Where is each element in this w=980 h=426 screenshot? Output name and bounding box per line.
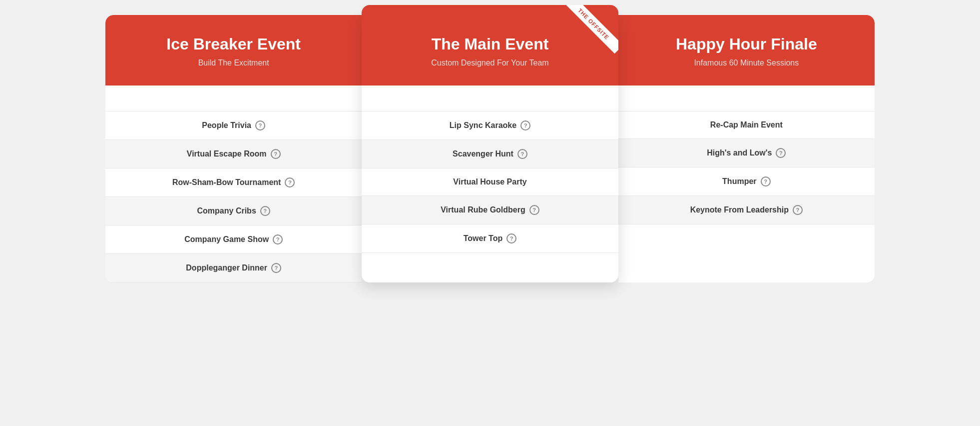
column-main-event: THE OFFSITEThe Main EventCustom Designed… [362,15,618,282]
item-label: Thumper [722,177,756,186]
column-header-ice-breaker: Ice Breaker EventBuild The Excitment [105,15,362,86]
item-label: Virtual Escape Room [187,150,267,158]
rows-container: Re-Cap Main EventHigh's and Low's?Thumpe… [618,86,875,282]
help-icon[interactable]: ? [260,206,270,216]
list-item: Virtual Rube Goldberg? [362,196,618,224]
list-item: Thumper? [618,168,875,196]
item-label: Virtual Rube Goldberg [441,206,525,214]
list-item: Virtual Escape Room? [105,140,362,168]
rows-container: People Trivia?Virtual Escape Room?Row-Sh… [105,86,362,282]
list-item: Company Cribs? [105,197,362,226]
column-happy-hour: Happy Hour FinaleInfamous 60 Minute Sess… [618,15,875,282]
list-item: Scavenger Hunt? [362,140,618,168]
item-label: Virtual House Party [453,178,526,186]
column-title: Ice Breaker Event [117,35,350,54]
column-title: Happy Hour Finale [630,35,863,54]
ribbon-text: THE OFFSITE [564,5,618,54]
list-item: Doppleganger Dinner? [105,254,362,282]
list-item: Tower Top? [362,224,618,253]
help-icon[interactable]: ? [776,148,786,158]
column-subtitle: Build The Excitment [117,58,350,68]
help-icon[interactable]: ? [517,149,527,159]
help-icon[interactable]: ? [520,120,530,130]
item-label: Row-Sham-Bow Tournament [172,178,281,187]
spacer-row [105,86,362,112]
list-item: Row-Sham-Bow Tournament? [105,168,362,197]
item-label: People Trivia [202,121,251,130]
column-subtitle: Infamous 60 Minute Sessions [630,58,863,68]
list-item: Lip Sync Karaoke? [362,112,618,140]
item-label: Re-Cap Main Event [710,120,783,130]
help-icon[interactable]: ? [271,149,281,159]
spacer-row [362,86,618,112]
help-icon[interactable]: ? [506,234,516,244]
help-icon[interactable]: ? [285,178,295,188]
help-icon[interactable]: ? [761,176,771,186]
help-icon[interactable]: ? [529,205,539,215]
item-label: Company Cribs [197,206,256,216]
item-label: Tower Top [464,234,503,243]
item-label: Doppleganger Dinner [186,264,267,272]
list-item: High's and Low's? [618,139,875,168]
rows-container: Lip Sync Karaoke?Scavenger Hunt?Virtual … [362,86,618,282]
item-label: Company Game Show [184,235,269,244]
column-ice-breaker: Ice Breaker EventBuild The ExcitmentPeop… [105,15,362,282]
help-icon[interactable]: ? [793,205,803,215]
spacer-row [618,86,875,112]
list-item: Re-Cap Main Event [618,112,875,139]
item-label: Lip Sync Karaoke [450,121,516,130]
help-icon[interactable]: ? [255,120,265,130]
item-label: High's and Low's [707,148,772,158]
offsite-ribbon: THE OFFSITE [563,5,618,60]
column-header-main-event: THE OFFSITEThe Main EventCustom Designed… [362,5,618,86]
column-header-happy-hour: Happy Hour FinaleInfamous 60 Minute Sess… [618,15,875,86]
list-item: Virtual House Party [362,168,618,196]
list-item: Company Game Show? [105,226,362,254]
item-label: Scavenger Hunt [453,150,513,158]
item-label: Keynote From Leadership [690,206,789,214]
help-icon[interactable]: ? [271,263,281,273]
help-icon[interactable]: ? [273,234,283,244]
list-item: Keynote From Leadership? [618,196,875,224]
list-item: People Trivia? [105,112,362,140]
pricing-table: Ice Breaker EventBuild The ExcitmentPeop… [105,15,875,282]
